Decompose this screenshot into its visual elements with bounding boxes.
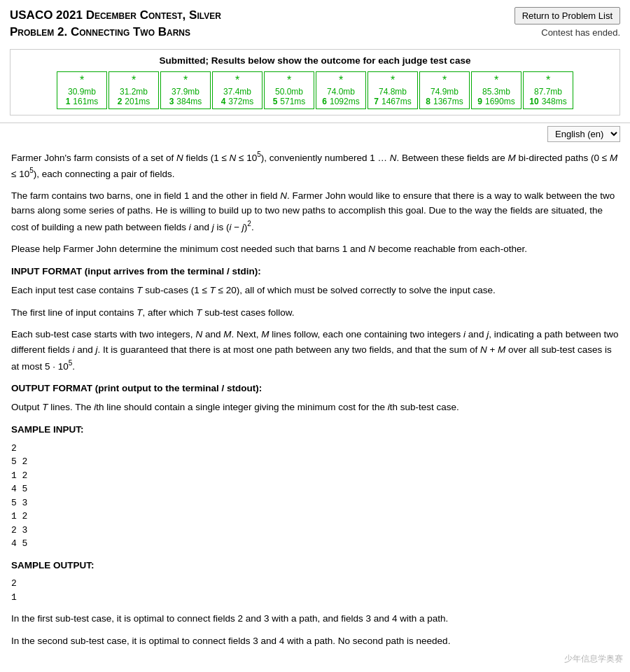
test-case-mem: 50.0mb (269, 87, 309, 97)
test-cases-container: * 30.9mb 1 161ms * 31.2mb 2 201ms * 37.9… (18, 71, 612, 109)
page-title: USACO 2021 December Contest, Silver Prob… (10, 7, 221, 41)
test-case-mem: 37.4mb (217, 87, 258, 97)
test-case: * 37.9mb 3 384ms (160, 71, 211, 109)
test-case-num: 1 (66, 97, 71, 106)
test-case-num: 5 (273, 97, 278, 106)
test-case-mem: 87.7mb (528, 87, 568, 97)
test-case-num: 9 (477, 97, 482, 106)
test-case-star: * (321, 74, 361, 87)
sample-input-header: SAMPLE INPUT: (11, 422, 619, 438)
test-case-mem: 74.8mb (372, 87, 413, 97)
test-case-star: * (62, 74, 102, 87)
test-case: * 74.0mb 6 1092ms (316, 71, 366, 109)
test-case-time: 384ms (176, 97, 202, 106)
problem-p2: The farm contains two barns, one in fiel… (11, 188, 619, 234)
test-case-num: 2 (118, 97, 122, 106)
test-case-mem: 85.3mb (476, 87, 517, 97)
problem-p3: Please help Farmer John determine the mi… (11, 241, 619, 257)
test-case-time: 571ms (280, 97, 305, 106)
input-format-header: INPUT FORMAT (input arrives from the ter… (11, 264, 619, 279)
test-case: * 30.9mb 1 161ms (57, 71, 107, 109)
test-case-time: 201ms (125, 97, 150, 106)
problem-body: Farmer John's farm consists of a set of … (0, 145, 630, 667)
test-case-mem: 31.2mb (113, 87, 154, 97)
input-p2: The first line of input contains T, afte… (11, 305, 619, 321)
test-case-num: 4 (221, 97, 226, 106)
test-case-time: 1690ms (485, 97, 515, 106)
input-p1: Each input test case contains T sub-case… (11, 283, 619, 298)
test-case-star: * (165, 74, 206, 87)
test-case-time: 1367ms (433, 97, 463, 106)
test-case: * 31.2mb 2 201ms (108, 71, 159, 109)
language-bar: English (en) (0, 122, 630, 145)
test-case-time: 161ms (73, 97, 98, 106)
test-case-star: * (372, 74, 413, 87)
test-case-mem: 74.9mb (424, 87, 465, 97)
watermark: 少年信息学奥赛 (564, 653, 623, 665)
sample-output-block: 2 1 (11, 577, 619, 604)
test-case-mem: 30.9mb (62, 87, 102, 97)
test-case-num: 7 (374, 97, 379, 106)
test-case-star: * (528, 74, 568, 87)
output-format-header: OUTPUT FORMAT (print output to the termi… (11, 381, 619, 396)
test-case-mem: 74.0mb (321, 87, 361, 97)
test-case-num: 10 (529, 97, 538, 106)
problem-p1: Farmer John's farm consists of a set of … (11, 149, 619, 181)
test-case-num: 6 (322, 97, 327, 106)
test-case-time: 1092ms (330, 97, 360, 106)
output-p1: Output T lines. The ith line should cont… (11, 400, 619, 415)
test-case: * 87.7mb 10 348ms (523, 71, 573, 109)
test-case-star: * (217, 74, 258, 87)
test-case-star: * (424, 74, 465, 87)
test-case-time: 1467ms (382, 97, 412, 106)
test-case-mem: 37.9mb (165, 87, 206, 97)
top-bar: USACO 2021 December Contest, Silver Prob… (0, 0, 630, 45)
sample-output-header: SAMPLE OUTPUT: (11, 558, 619, 573)
input-p3: Each sub-test case starts with two integ… (11, 327, 619, 373)
explanation-p1: In the first sub-test case, it is optima… (11, 611, 619, 626)
results-title: Submitted; Results below show the outcom… (18, 55, 612, 66)
test-case: * 37.4mb 4 372ms (212, 71, 262, 109)
test-case-star: * (269, 74, 309, 87)
test-case: * 85.3mb 9 1690ms (471, 71, 522, 109)
test-case-star: * (476, 74, 517, 87)
top-right: Return to Problem List Contest has ended… (514, 7, 620, 38)
test-case: * 74.8mb 7 1467ms (368, 71, 418, 109)
test-case-time: 372ms (228, 97, 253, 106)
test-case-num: 8 (426, 97, 430, 106)
return-to-list-button[interactable]: Return to Problem List (514, 7, 620, 24)
language-select[interactable]: English (en) (547, 126, 620, 142)
test-case: * 50.0mb 5 571ms (264, 71, 314, 109)
test-case-time: 348ms (542, 97, 567, 106)
test-case-star: * (113, 74, 154, 87)
contest-status: Contest has ended. (514, 27, 620, 38)
test-case-num: 3 (169, 97, 174, 106)
explanation-p2: In the second sub-test case, it is optim… (11, 634, 619, 649)
test-case: * 74.9mb 8 1367ms (419, 71, 470, 109)
results-box: Submitted; Results below show the outcom… (10, 49, 620, 115)
sample-input-block: 2 5 2 1 2 4 5 5 3 1 2 2 3 4 5 (11, 442, 619, 551)
